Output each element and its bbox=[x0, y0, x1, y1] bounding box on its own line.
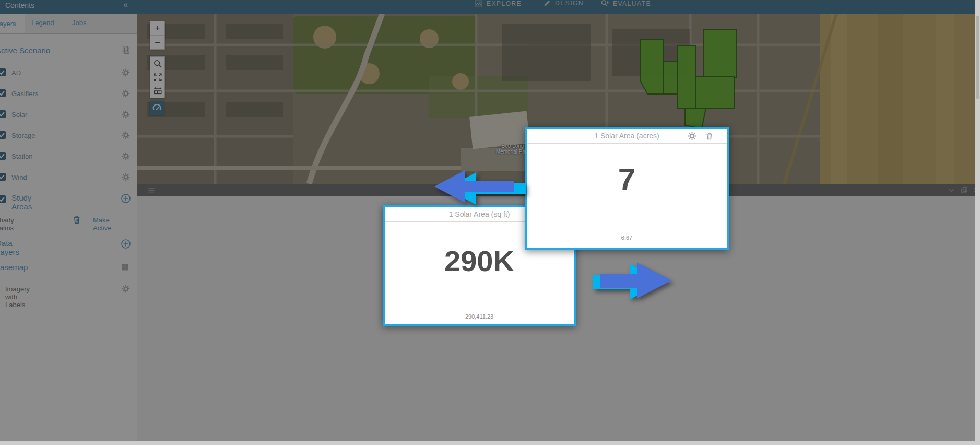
vertical-scrollbar-thumb[interactable] bbox=[976, 16, 979, 99]
card-detail-value: 6.67 bbox=[527, 235, 727, 241]
card-solar-area-acres[interactable]: 1 Solar Area (acres) 7 6.67 bbox=[525, 127, 729, 250]
right-annotation-arrow bbox=[589, 260, 680, 302]
settings-gear-icon[interactable] bbox=[688, 132, 696, 140]
horizontal-scrollbar[interactable] bbox=[0, 441, 980, 445]
left-annotation-arrow bbox=[429, 166, 534, 209]
card-title: 1 Solar Area (acres) bbox=[527, 129, 727, 144]
delete-card-icon[interactable] bbox=[705, 132, 714, 140]
card-big-value: 7 bbox=[527, 161, 727, 197]
card-detail-value: 290,411.23 bbox=[385, 313, 574, 320]
